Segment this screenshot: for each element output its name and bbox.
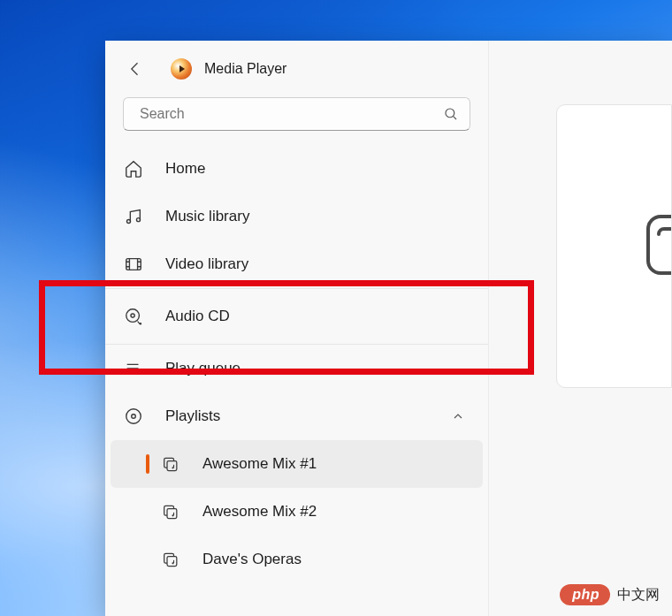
svg-point-1 bbox=[126, 219, 130, 223]
watermark-text: 中文网 bbox=[617, 586, 660, 605]
home-icon bbox=[123, 158, 144, 179]
playlist-label: Awesome Mix #1 bbox=[202, 455, 317, 473]
content-area bbox=[489, 41, 672, 616]
svg-point-17 bbox=[172, 562, 173, 564]
nav-item-home[interactable]: Home bbox=[105, 145, 488, 193]
playlist-music-icon bbox=[162, 502, 181, 521]
nav-label: Play queue bbox=[165, 360, 241, 377]
playlist-label: Awesome Mix #2 bbox=[202, 503, 317, 521]
svg-point-8 bbox=[132, 414, 136, 419]
nav-label: Video library bbox=[165, 255, 248, 273]
media-placeholder-icon bbox=[641, 209, 672, 284]
svg-rect-13 bbox=[167, 509, 177, 519]
nav-list: Home Music library Video library Audio C… bbox=[105, 145, 488, 583]
music-note-icon bbox=[123, 206, 144, 227]
queue-icon bbox=[123, 358, 144, 379]
svg-point-14 bbox=[172, 514, 173, 516]
search-icon bbox=[443, 106, 459, 122]
nav-label: Audio CD bbox=[165, 308, 230, 325]
media-player-window: Media Player Home Musi bbox=[105, 41, 672, 616]
svg-point-6 bbox=[140, 323, 142, 325]
playlist-item[interactable]: Awesome Mix #2 bbox=[105, 488, 488, 536]
media-player-logo-icon bbox=[171, 58, 192, 80]
nav-item-playlists[interactable]: Playlists bbox=[105, 392, 488, 440]
svg-point-5 bbox=[131, 314, 134, 317]
nav-item-music-library[interactable]: Music library bbox=[105, 193, 488, 240]
watermark: php 中文网 bbox=[560, 584, 660, 605]
playlist-music-icon bbox=[162, 454, 181, 474]
film-icon bbox=[123, 254, 144, 275]
app-title: Media Player bbox=[204, 61, 286, 77]
cd-icon bbox=[123, 306, 144, 327]
nav-item-video-library[interactable]: Video library bbox=[105, 240, 488, 288]
playlists-sublist: Awesome Mix #1 Awesome Mix #2 Dave's Ope… bbox=[105, 440, 488, 583]
svg-point-0 bbox=[446, 109, 454, 118]
content-card bbox=[556, 104, 672, 388]
svg-rect-3 bbox=[126, 259, 141, 270]
back-button[interactable] bbox=[123, 57, 148, 81]
search-box[interactable] bbox=[123, 97, 470, 131]
disc-icon bbox=[123, 406, 144, 427]
svg-point-11 bbox=[172, 467, 173, 468]
sidebar: Media Player Home Musi bbox=[105, 41, 489, 616]
app-brand: Media Player bbox=[171, 58, 286, 80]
nav-label: Home bbox=[165, 160, 205, 178]
svg-point-4 bbox=[126, 309, 140, 323]
playlist-item[interactable]: Dave's Operas bbox=[105, 536, 488, 583]
svg-rect-10 bbox=[167, 461, 177, 471]
search-input[interactable] bbox=[140, 106, 443, 122]
playlist-label: Dave's Operas bbox=[202, 551, 302, 568]
playlist-music-icon bbox=[162, 550, 181, 569]
title-bar: Media Player bbox=[105, 41, 488, 92]
nav-item-play-queue[interactable]: Play queue bbox=[105, 345, 488, 392]
nav-label: Music library bbox=[165, 208, 249, 225]
chevron-up-icon bbox=[451, 409, 470, 423]
search-row bbox=[105, 92, 488, 145]
svg-point-2 bbox=[136, 218, 140, 222]
svg-rect-16 bbox=[167, 557, 177, 567]
nav-item-audio-cd[interactable]: Audio CD bbox=[105, 288, 488, 345]
nav-label: Playlists bbox=[165, 407, 220, 425]
playlist-item[interactable]: Awesome Mix #1 bbox=[111, 440, 483, 488]
watermark-pill: php bbox=[560, 584, 610, 605]
svg-point-7 bbox=[126, 409, 141, 424]
back-arrow-icon bbox=[126, 60, 144, 78]
